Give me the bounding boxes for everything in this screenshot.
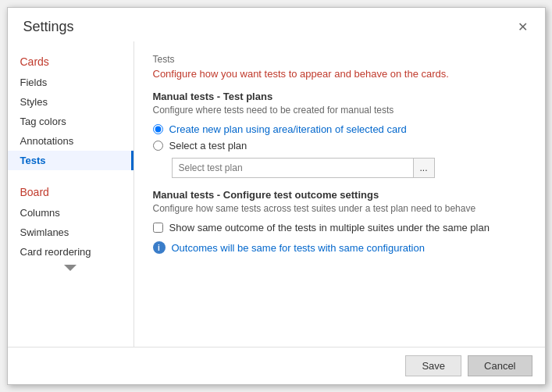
sidebar-item-styles[interactable]: Styles (8, 92, 134, 112)
cancel-button[interactable]: Cancel (468, 355, 532, 376)
sidebar-item-fields[interactable]: Fields (8, 73, 134, 92)
sidebar-item-columns[interactable]: Columns (8, 203, 134, 223)
dialog-footer: Save Cancel (8, 347, 545, 384)
info-text: Outcomes will be same for tests with sam… (172, 242, 425, 254)
info-icon: i (153, 241, 166, 254)
test-plan-row: ... (172, 158, 526, 178)
info-row: i Outcomes will be same for tests with s… (153, 241, 526, 254)
sidebar-section-board: Board (8, 180, 134, 203)
sidebar-section-cards: Cards (8, 49, 134, 73)
save-button[interactable]: Save (405, 355, 461, 376)
checkbox-label: Show same outcome of the tests in multip… (169, 222, 490, 233)
configure-section: Manual tests - Configure test outcome se… (153, 189, 526, 254)
dialog-header: Settings ✕ (8, 8, 545, 41)
radio-select-plan[interactable] (153, 141, 163, 151)
main-content: Tests Configure how you want tests to ap… (134, 41, 545, 347)
sidebar-item-tests[interactable]: Tests (8, 151, 134, 170)
same-outcome-checkbox[interactable] (153, 223, 163, 233)
sidebar-item-annotations[interactable]: Annotations (8, 131, 134, 151)
close-button[interactable]: ✕ (513, 20, 532, 35)
radio-create-new[interactable] (153, 124, 163, 134)
section-label: Tests (153, 54, 526, 65)
radio-option1-label: Create new plan using area/iteration of … (169, 123, 407, 135)
section-description: Configure how you want tests to appear a… (153, 68, 526, 80)
configure-title: Manual tests - Configure test outcome se… (153, 189, 526, 201)
dialog-title: Settings (23, 19, 74, 35)
test-plan-input[interactable] (172, 158, 414, 178)
sidebar-item-swimlanes[interactable]: Swimlanes (8, 223, 134, 242)
settings-dialog: Settings ✕ Cards Fields Styles Tag color… (7, 7, 546, 385)
expand-section[interactable] (8, 262, 134, 274)
dialog-body: Cards Fields Styles Tag colors Annotatio… (8, 41, 545, 347)
radio-option1-item: Create new plan using area/iteration of … (153, 123, 526, 135)
checkbox-item: Show same outcome of the tests in multip… (153, 222, 526, 233)
manual-tests-title: Manual tests - Test plans (153, 91, 526, 102)
sidebar: Cards Fields Styles Tag colors Annotatio… (8, 41, 134, 347)
expand-triangle-icon (64, 265, 77, 271)
manual-tests-desc: Configure where tests need to be created… (153, 105, 526, 116)
configure-desc: Configure how same tests across test sui… (153, 203, 526, 214)
radio-group-test-plans: Create new plan using area/iteration of … (153, 123, 526, 151)
test-plan-browse-button[interactable]: ... (414, 158, 435, 178)
radio-option2-label: Select a test plan (169, 140, 248, 151)
sidebar-item-tag-colors[interactable]: Tag colors (8, 112, 134, 131)
radio-option2-item: Select a test plan (153, 140, 526, 151)
sidebar-item-card-reordering[interactable]: Card reordering (8, 242, 134, 262)
